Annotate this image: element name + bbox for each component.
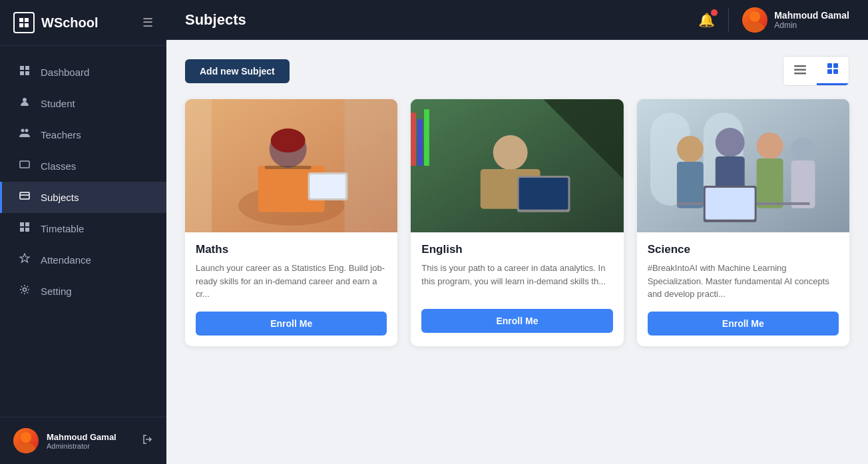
svg-rect-50 — [424, 109, 429, 166]
view-toggle — [783, 56, 849, 86]
hamburger-button[interactable]: ☰ — [142, 15, 153, 30]
svg-rect-7 — [25, 71, 29, 75]
card-image-science — [637, 99, 849, 232]
svg-rect-6 — [20, 71, 24, 75]
svg-rect-1 — [25, 18, 29, 22]
student-icon — [18, 97, 31, 111]
svg-rect-49 — [417, 119, 423, 166]
enroll-button-maths[interactable]: Enroll Me — [196, 312, 387, 336]
card-image-english — [411, 99, 623, 232]
sidebar-item-teachers-label: Teachers — [41, 129, 81, 140]
svg-rect-40 — [344, 99, 397, 232]
card-title-science: Science — [648, 243, 839, 256]
sidebar-username: Mahmoud Gamal — [47, 432, 134, 442]
sidebar-item-classes[interactable]: Classes — [0, 150, 166, 182]
page-title: Subjects — [185, 11, 246, 29]
svg-rect-0 — [19, 18, 23, 22]
sidebar-user-info: Mahmoud Gamal Administrator — [47, 432, 134, 450]
sidebar-item-student[interactable]: Student — [0, 88, 166, 119]
sidebar-item-dashboard[interactable]: Dashboard — [0, 57, 166, 88]
svg-rect-4 — [20, 66, 24, 70]
sidebar-item-setting[interactable]: Setting — [0, 276, 166, 307]
svg-rect-25 — [794, 73, 806, 75]
svg-rect-62 — [791, 160, 815, 208]
add-subject-button[interactable]: Add new Subject — [185, 59, 290, 83]
svg-rect-48 — [411, 113, 416, 166]
svg-rect-65 — [705, 188, 754, 220]
subject-card-science: Science #BreakIntoAI with Machine Learni… — [637, 99, 849, 346]
setting-icon — [18, 284, 31, 298]
dashboard-icon — [18, 65, 31, 79]
card-image-maths — [185, 99, 397, 232]
logo-area: WSchool ☰ — [0, 0, 166, 46]
svg-point-44 — [493, 135, 528, 170]
sidebar-item-attendance[interactable]: Attendance — [0, 244, 166, 276]
enroll-button-english[interactable]: Enroll Me — [421, 309, 612, 333]
svg-point-56 — [715, 128, 744, 157]
logout-button[interactable] — [142, 434, 153, 447]
sidebar-item-subjects-label: Subjects — [41, 192, 79, 203]
card-body-science: Science #BreakIntoAI with Machine Learni… — [637, 232, 849, 346]
sidebar-user-avatar — [13, 428, 39, 453]
notification-button[interactable]: 🔔 — [698, 12, 715, 28]
header-userrole: Admin — [774, 21, 849, 30]
classes-icon — [18, 159, 31, 173]
svg-point-8 — [23, 98, 27, 102]
sidebar-item-student-label: Student — [41, 98, 75, 109]
svg-rect-61 — [756, 158, 783, 208]
svg-rect-27 — [833, 63, 838, 68]
header-avatar — [742, 7, 767, 33]
svg-rect-15 — [25, 222, 29, 226]
svg-point-9 — [21, 129, 25, 132]
svg-point-22 — [746, 22, 764, 33]
svg-rect-26 — [827, 63, 832, 68]
svg-point-21 — [750, 11, 760, 22]
svg-point-18 — [23, 288, 27, 292]
svg-rect-28 — [827, 69, 832, 74]
logo-icon — [13, 12, 35, 33]
sidebar-item-subjects[interactable]: Subjects — [0, 182, 166, 213]
timetable-icon — [18, 222, 31, 236]
svg-point-55 — [677, 136, 704, 162]
svg-rect-47 — [519, 178, 568, 210]
main-area: Subjects 🔔 Mahmoud Gamal Admin Add new S… — [166, 0, 868, 464]
svg-rect-5 — [25, 66, 29, 70]
svg-point-20 — [17, 443, 35, 453]
svg-rect-35 — [265, 166, 312, 169]
sidebar-item-timetable[interactable]: Timetable — [0, 213, 166, 244]
header: Subjects 🔔 Mahmoud Gamal Admin — [166, 0, 868, 40]
svg-rect-2 — [19, 23, 23, 27]
svg-rect-59 — [677, 162, 704, 208]
notification-badge — [711, 9, 718, 16]
svg-point-36 — [271, 128, 306, 152]
attendance-icon — [18, 253, 31, 267]
grid-view-button[interactable] — [817, 57, 849, 85]
header-divider — [728, 8, 729, 32]
header-user: Mahmoud Gamal Admin — [742, 7, 849, 33]
toolbar: Add new Subject — [185, 56, 849, 86]
sidebar-item-teachers[interactable]: Teachers — [0, 119, 166, 150]
sidebar-item-dashboard-label: Dashboard — [41, 67, 89, 78]
sidebar-item-classes-label: Classes — [41, 160, 76, 172]
sidebar-footer: Mahmoud Gamal Administrator — [0, 417, 166, 464]
subjects-grid: Maths Launch your career as a Statistics… — [185, 99, 849, 346]
card-description-english: This is your path to a career in data an… — [421, 262, 612, 298]
svg-rect-11 — [20, 161, 29, 168]
svg-rect-12 — [20, 192, 29, 199]
card-title-maths: Maths — [196, 243, 387, 256]
card-title-english: English — [421, 243, 612, 256]
content-area: Add new Subject — [166, 40, 868, 464]
list-view-button[interactable] — [783, 57, 817, 85]
subject-card-english: English This is your path to a career in… — [411, 99, 623, 346]
header-user-info: Mahmoud Gamal Admin — [774, 10, 849, 30]
svg-rect-39 — [185, 99, 212, 232]
enroll-button-science[interactable]: Enroll Me — [648, 312, 839, 336]
subject-card-maths: Maths Launch your career as a Statistics… — [185, 99, 397, 346]
header-username: Mahmoud Gamal — [774, 10, 849, 21]
card-body-maths: Maths Launch your career as a Statistics… — [185, 232, 397, 346]
header-right: 🔔 Mahmoud Gamal Admin — [698, 7, 849, 33]
svg-rect-24 — [794, 69, 806, 71]
teachers-icon — [18, 128, 31, 142]
svg-point-10 — [25, 129, 29, 132]
svg-point-19 — [21, 432, 31, 443]
